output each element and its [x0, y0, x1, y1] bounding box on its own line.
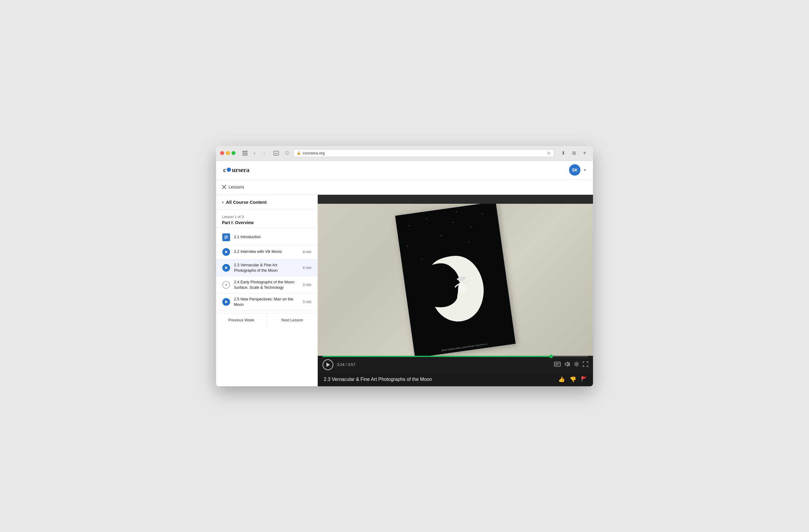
lesson-item-2-3[interactable]: 2.3 Vernacular & Fine Art Photographs of…	[216, 259, 317, 276]
item-text-2-4: 2.4 Early Photographs of the Moon: Surfa…	[234, 279, 299, 290]
volume-icon	[564, 361, 570, 367]
progress-bar-fill	[323, 356, 551, 357]
thumbs-up-button[interactable]: 👍	[558, 376, 565, 383]
refresh-button[interactable]: ↻	[547, 151, 551, 156]
video-title-bar: 2.3 Vernacular & Fine Art Photographs of…	[318, 373, 593, 386]
address-input[interactable]	[303, 151, 546, 155]
lesson-item-2-2[interactable]: 2.2 Interview with Vik Muniz 4 min	[216, 245, 317, 259]
next-lesson-button[interactable]: Next Lesson	[267, 313, 317, 326]
previous-week-button[interactable]: Previous Week	[216, 313, 267, 326]
traffic-lights	[220, 151, 236, 155]
video-actions: 👍 👎 🚩	[558, 376, 587, 383]
pocket-icon	[273, 151, 279, 156]
fullscreen-button[interactable]	[583, 361, 588, 368]
item-text-2-3: 2.3 Vernacular & Fine Art Photographs of…	[234, 262, 299, 273]
lesson-section: Lesson 1 of 3: Part I: Overview	[216, 210, 317, 228]
item-icon-2-3	[222, 263, 230, 272]
top-dark-bar	[318, 195, 593, 204]
lesson-item-2-1[interactable]: 2.1 Introduction	[216, 230, 317, 245]
reading-lines	[224, 236, 228, 239]
forward-button[interactable]: ›	[260, 149, 269, 157]
avatar-dropdown[interactable]: ▾	[584, 168, 586, 172]
maximize-window-button[interactable]	[231, 151, 236, 155]
item-name-active: 2.3 Vernacular & Fine Art Photographs of…	[234, 262, 299, 273]
lesson-item-2-4[interactable]: 2.4 Early Photographs of the Moon: Surfa…	[216, 276, 317, 293]
back-button[interactable]: ‹	[251, 149, 259, 157]
play-triangle-2-5	[225, 301, 228, 304]
grid-view-button[interactable]	[241, 149, 249, 157]
lesson-items: 2.1 Introduction 2.2 Interview with Vik …	[216, 228, 317, 313]
play-circle-outline-icon	[222, 281, 230, 289]
item-duration-2-4: 3 min	[303, 283, 311, 287]
browser-nav: ‹ ›	[241, 149, 269, 157]
flag-button[interactable]: 🚩	[581, 376, 587, 383]
navbar-right: SK ▾	[569, 164, 586, 176]
photo-card: MISS GERTIE MILLAR ROTARY PHOTO E.C.	[395, 204, 516, 356]
lessons-panel-bar: Lessons	[216, 180, 593, 195]
figure-on-moon	[446, 273, 477, 313]
item-icon-2-5	[222, 298, 230, 306]
grid-icon	[243, 151, 247, 156]
reading-line	[224, 236, 228, 236]
browser-chrome: ‹ › ⓘ 🔒 ↻ ⬇ ⊞ +	[216, 146, 593, 161]
subtitles-button[interactable]	[554, 362, 561, 368]
new-tab-button[interactable]: +	[581, 149, 589, 157]
progress-dot	[549, 355, 553, 358]
item-text-2-1: 2.1 Introduction	[234, 234, 311, 240]
item-icon-2-2	[222, 248, 230, 256]
settings-button[interactable]	[574, 361, 579, 368]
x-icon	[222, 185, 226, 189]
download-button[interactable]: ⬇	[559, 149, 567, 157]
logo-text-2: ursera	[232, 166, 249, 174]
progress-bar[interactable]	[323, 356, 588, 357]
play-circle-icon	[222, 248, 230, 256]
play-circle-icon-2-5	[222, 298, 230, 306]
chevron-left-icon: ‹	[222, 200, 223, 205]
sidebar: ‹ All Course Content Lesson 1 of 3: Part…	[216, 195, 318, 386]
thumbs-down-button[interactable]: 👎	[570, 376, 576, 383]
volume-button[interactable]	[564, 361, 570, 368]
user-avatar[interactable]: SK	[569, 164, 581, 176]
reading-icon	[222, 234, 230, 241]
browser-actions: ⬇ ⊞ +	[559, 149, 589, 157]
minimize-window-button[interactable]	[226, 151, 230, 155]
fullscreen-icon	[583, 361, 588, 367]
browser-window: ‹ › ⓘ 🔒 ↻ ⬇ ⊞ +	[216, 146, 593, 386]
close-window-button[interactable]	[220, 151, 224, 155]
total-time: 3:57	[348, 362, 355, 367]
video-title: 2.3 Vernacular & Fine Art Photographs of…	[324, 377, 432, 382]
item-duration-2-5: 3 min	[303, 300, 311, 304]
browser-titlebar: ‹ › ⓘ 🔒 ↻ ⬇ ⊞ +	[216, 146, 593, 160]
back-to-course-button[interactable]: ‹ All Course Content	[216, 195, 317, 210]
logo-text: c	[223, 166, 226, 174]
app-navbar: c ursera SK ▾	[216, 161, 593, 180]
back-label: All Course Content	[226, 200, 266, 205]
item-name: 2.1 Introduction	[234, 234, 311, 240]
svg-rect-0	[274, 151, 278, 155]
lock-icon: 🔒	[297, 151, 301, 155]
settings-icon	[574, 361, 579, 367]
info-button[interactable]: ⓘ	[283, 149, 291, 157]
address-bar-container[interactable]: 🔒 ↻	[293, 149, 554, 157]
item-name-2-4: 2.4 Early Photographs of the Moon: Surfa…	[234, 279, 299, 290]
item-name: 2.2 Interview with Vik Muniz	[234, 249, 299, 254]
item-text-2-2: 2.2 Interview with Vik Muniz	[234, 249, 299, 254]
item-name-2-5: 2.5 New Perspectives: Man on the Moon	[234, 296, 299, 307]
item-duration-2-3: 4 min	[303, 266, 311, 270]
coursera-logo[interactable]: c ursera	[223, 166, 249, 174]
lesson-label: Lesson 1 of 3:	[222, 215, 311, 219]
play-circle-active-icon	[222, 264, 230, 272]
pocket-button[interactable]	[272, 149, 280, 157]
video-content[interactable]: MISS GERTIE MILLAR ROTARY PHOTO E.C.	[318, 204, 593, 356]
controls-row: 3:24 / 3:57	[323, 357, 588, 373]
main-content: ‹ All Course Content Lesson 1 of 3: Part…	[216, 195, 593, 386]
item-icon-2-4	[222, 281, 230, 289]
reader-view-button[interactable]: ⊞	[570, 149, 578, 157]
lesson-title: Part I: Overview	[222, 220, 311, 225]
vintage-photo-scene: MISS GERTIE MILLAR ROTARY PHOTO E.C.	[318, 204, 593, 356]
play-pause-button[interactable]	[323, 359, 333, 370]
lesson-item-2-5[interactable]: 2.5 New Perspectives: Man on the Moon 3 …	[216, 293, 317, 311]
svg-rect-5	[554, 362, 561, 366]
item-icon-2-1	[222, 233, 230, 241]
close-lessons-button[interactable]: Lessons	[222, 185, 244, 189]
